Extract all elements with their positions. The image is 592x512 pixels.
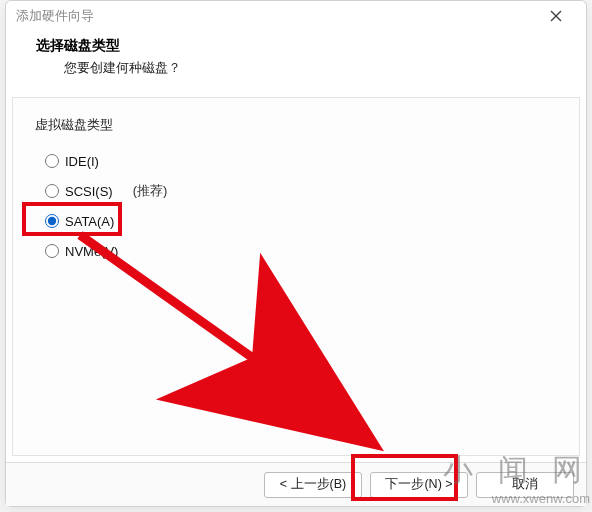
radio-sata-label: SATA(A) (65, 214, 114, 229)
add-hardware-wizard-dialog: 添加硬件向导 选择磁盘类型 您要创建何种磁盘？ 虚拟磁盘类型 IDE(I) SC… (5, 0, 587, 507)
close-icon (550, 10, 562, 22)
close-button[interactable] (536, 2, 576, 30)
titlebar: 添加硬件向导 (6, 1, 586, 31)
next-button[interactable]: 下一步(N) > (370, 472, 468, 498)
cancel-button[interactable]: 取消 (476, 472, 574, 498)
radio-scsi[interactable]: SCSI(S) (推荐) (45, 176, 557, 206)
radio-nvme[interactable]: NVMe(V) (45, 236, 557, 266)
radio-nvme-label: NVMe(V) (65, 244, 118, 259)
header-subtitle: 您要创建何种磁盘？ (36, 59, 556, 77)
disk-type-radio-group: IDE(I) SCSI(S) (推荐) SATA(A) NVMe(V) (35, 146, 557, 266)
scsi-recommended-tag: (推荐) (133, 182, 168, 200)
wizard-content: 虚拟磁盘类型 IDE(I) SCSI(S) (推荐) SATA(A) NVMe(… (12, 97, 580, 456)
radio-sata[interactable]: SATA(A) (45, 206, 557, 236)
header-title: 选择磁盘类型 (36, 37, 556, 55)
wizard-footer: < 上一步(B) 下一步(N) > 取消 (6, 462, 586, 506)
radio-ide-label: IDE(I) (65, 154, 99, 169)
wizard-header: 选择磁盘类型 您要创建何种磁盘？ (6, 31, 586, 91)
radio-scsi-input[interactable] (45, 184, 59, 198)
window-title: 添加硬件向导 (16, 7, 94, 25)
radio-ide-input[interactable] (45, 154, 59, 168)
radio-scsi-label: SCSI(S) (65, 184, 113, 199)
radio-sata-input[interactable] (45, 214, 59, 228)
section-title: 虚拟磁盘类型 (35, 116, 557, 134)
radio-nvme-input[interactable] (45, 244, 59, 258)
radio-ide[interactable]: IDE(I) (45, 146, 557, 176)
back-button[interactable]: < 上一步(B) (264, 472, 362, 498)
